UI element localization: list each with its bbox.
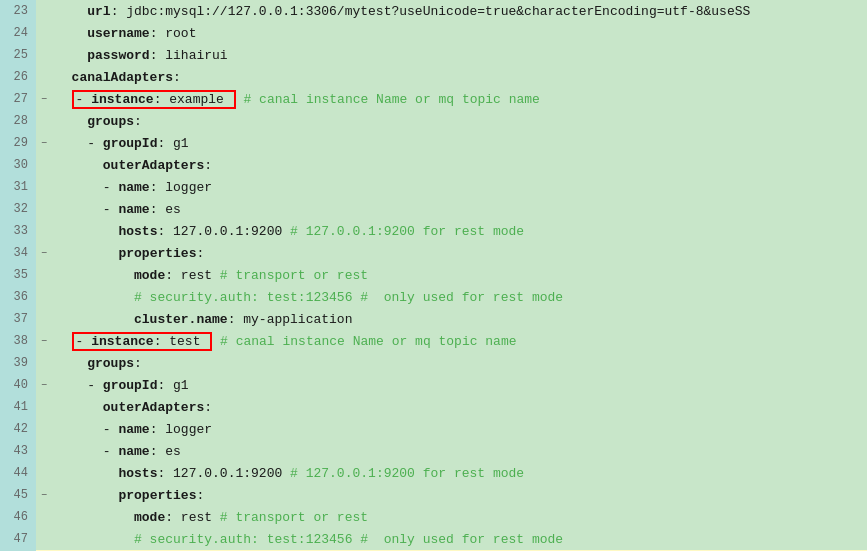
- code-line: 38− - instance: test # canal instance Na…: [0, 330, 867, 352]
- fold-icon[interactable]: −: [36, 490, 52, 501]
- yaml-comment: # 127.0.0.1:9200 for rest mode: [290, 224, 524, 239]
- line-content[interactable]: - name: logger: [52, 422, 867, 437]
- line-number: 47: [0, 528, 36, 550]
- fold-icon[interactable]: −: [36, 380, 52, 391]
- line-content[interactable]: mode: rest # transport or rest: [52, 268, 867, 283]
- line-number: 27: [0, 88, 36, 110]
- line-content[interactable]: # security.auth: test:123456 # only used…: [52, 532, 867, 547]
- code-line: 25 password: lihairui: [0, 44, 867, 66]
- yaml-comment: # transport or rest: [220, 510, 368, 525]
- yaml-value: : es: [150, 444, 181, 459]
- code-line: 45− properties:: [0, 484, 867, 506]
- code-line: 26 canalAdapters:: [0, 66, 867, 88]
- line-content[interactable]: properties:: [52, 246, 867, 261]
- line-number: 37: [0, 308, 36, 330]
- instance-highlight: - instance: example: [72, 90, 236, 109]
- line-content[interactable]: outerAdapters:: [52, 158, 867, 173]
- line-content[interactable]: outerAdapters:: [52, 400, 867, 415]
- line-number: 29: [0, 132, 36, 154]
- code-line: 27− - instance: example # canal instance…: [0, 88, 867, 110]
- yaml-comment: # canal instance Name or mq topic name: [212, 334, 516, 349]
- yaml-key: name: [118, 422, 149, 437]
- yaml-value: -: [87, 136, 103, 151]
- line-content[interactable]: hosts: 127.0.0.1:9200 # 127.0.0.1:9200 f…: [52, 224, 867, 239]
- line-content[interactable]: username: root: [52, 26, 867, 41]
- line-number: 32: [0, 198, 36, 220]
- yaml-comment: # canal instance Name or mq topic name: [236, 92, 540, 107]
- line-number: 24: [0, 22, 36, 44]
- yaml-key: canalAdapters: [72, 70, 173, 85]
- yaml-key: properties: [118, 488, 196, 503]
- yaml-key: name: [118, 444, 149, 459]
- yaml-key: properties: [118, 246, 196, 261]
- code-line: 24 username: root: [0, 22, 867, 44]
- yaml-key: hosts: [118, 466, 157, 481]
- yaml-value: : my-application: [228, 312, 353, 327]
- code-line: 46 mode: rest # transport or rest: [0, 506, 867, 528]
- yaml-value: -: [103, 180, 119, 195]
- line-content[interactable]: - groupId: g1: [52, 378, 867, 393]
- line-content[interactable]: hosts: 127.0.0.1:9200 # 127.0.0.1:9200 f…: [52, 466, 867, 481]
- code-line: 41 outerAdapters:: [0, 396, 867, 418]
- line-number: 35: [0, 264, 36, 286]
- yaml-key: groupId: [103, 136, 158, 151]
- line-number: 30: [0, 154, 36, 176]
- yaml-value: : rest: [165, 510, 220, 525]
- yaml-comment: # transport or rest: [220, 268, 368, 283]
- yaml-key: name: [118, 202, 149, 217]
- code-line: 28 groups:: [0, 110, 867, 132]
- line-number: 36: [0, 286, 36, 308]
- line-number: 38: [0, 330, 36, 352]
- code-line: 34− properties:: [0, 242, 867, 264]
- line-content[interactable]: properties:: [52, 488, 867, 503]
- line-number: 25: [0, 44, 36, 66]
- line-content[interactable]: - instance: example # canal instance Nam…: [52, 90, 867, 109]
- yaml-value: : g1: [157, 378, 188, 393]
- yaml-key: groups: [87, 114, 134, 129]
- fold-icon[interactable]: −: [36, 248, 52, 259]
- line-number: 41: [0, 396, 36, 418]
- line-content[interactable]: - name: logger: [52, 180, 867, 195]
- yaml-key: password: [87, 48, 149, 63]
- line-number: 40: [0, 374, 36, 396]
- yaml-comment: # 127.0.0.1:9200 for rest mode: [290, 466, 524, 481]
- line-number: 39: [0, 352, 36, 374]
- yaml-value: -: [103, 422, 119, 437]
- line-content[interactable]: - name: es: [52, 202, 867, 217]
- yaml-key: name: [118, 180, 149, 195]
- code-line: 23 url: jdbc:mysql://127.0.0.1:3306/myte…: [0, 0, 867, 22]
- yaml-comment: # security.auth: test:123456 # only used…: [134, 532, 563, 547]
- line-content[interactable]: groups:: [52, 356, 867, 371]
- line-content[interactable]: # security.auth: test:123456 # only used…: [52, 290, 867, 305]
- fold-icon[interactable]: −: [36, 94, 52, 105]
- line-content[interactable]: - instance: test # canal instance Name o…: [52, 332, 867, 351]
- yaml-key: username: [87, 26, 149, 41]
- line-content[interactable]: url: jdbc:mysql://127.0.0.1:3306/mytest?…: [52, 4, 867, 19]
- fold-icon[interactable]: −: [36, 336, 52, 347]
- yaml-key: cluster.name: [134, 312, 228, 327]
- line-number: 43: [0, 440, 36, 462]
- fold-icon[interactable]: −: [36, 138, 52, 149]
- line-content[interactable]: password: lihairui: [52, 48, 867, 63]
- code-line: 31 - name: logger: [0, 176, 867, 198]
- line-number: 46: [0, 506, 36, 528]
- yaml-value: : root: [150, 26, 197, 41]
- line-content[interactable]: cluster.name: my-application: [52, 312, 867, 327]
- code-editor: 23 url: jdbc:mysql://127.0.0.1:3306/myte…: [0, 0, 867, 551]
- yaml-key: outerAdapters: [103, 158, 204, 173]
- line-content[interactable]: canalAdapters:: [52, 70, 867, 85]
- yaml-value: :: [134, 114, 142, 129]
- line-content[interactable]: groups:: [52, 114, 867, 129]
- yaml-value: : lihairui: [150, 48, 228, 63]
- line-content[interactable]: - name: es: [52, 444, 867, 459]
- line-number: 31: [0, 176, 36, 198]
- line-number: 45: [0, 484, 36, 506]
- yaml-value: : 127.0.0.1:9200: [157, 466, 290, 481]
- line-content[interactable]: - groupId: g1: [52, 136, 867, 151]
- line-content[interactable]: mode: rest # transport or rest: [52, 510, 867, 525]
- yaml-value: :: [204, 400, 212, 415]
- code-line: 47 # security.auth: test:123456 # only u…: [0, 528, 867, 550]
- code-line: 32 - name: es: [0, 198, 867, 220]
- yaml-key: groupId: [103, 378, 158, 393]
- yaml-value: : jdbc:mysql://127.0.0.1:3306/mytest?use…: [111, 4, 751, 19]
